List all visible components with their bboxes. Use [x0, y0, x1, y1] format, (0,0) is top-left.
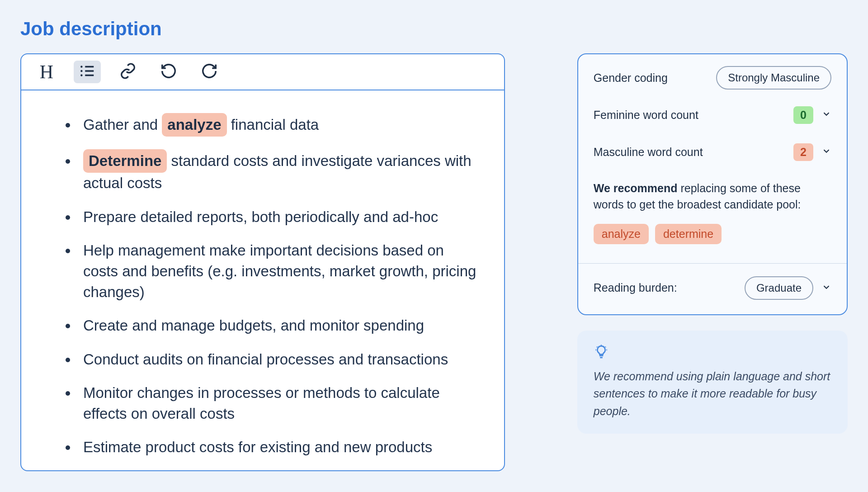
list-item: Help management make important decisions…	[78, 240, 477, 303]
word-chips: analyze determine	[594, 224, 831, 244]
masculine-count-value: 2	[793, 143, 813, 161]
feminine-count-row[interactable]: Feminine word count 0	[594, 102, 831, 128]
heading-icon: H	[40, 61, 53, 83]
chevron-down-icon[interactable]	[821, 282, 831, 294]
word-chip-determine[interactable]: determine	[655, 224, 722, 244]
list-icon	[79, 62, 96, 81]
gender-coding-row: Gender coding Strongly Masculine	[594, 65, 831, 90]
reading-burden-badge: Graduate	[745, 276, 813, 300]
svg-point-0	[80, 66, 82, 67]
analysis-sidebar: Gender coding Strongly Masculine Feminin…	[577, 53, 848, 471]
highlighted-word-analyze: analyze	[162, 113, 226, 137]
main-layout: H	[20, 53, 848, 471]
svg-point-2	[80, 70, 82, 72]
reading-burden-row[interactable]: Reading burden: Graduate	[594, 275, 831, 301]
svg-line-9	[597, 346, 597, 347]
lightbulb-icon	[594, 344, 831, 361]
editor-content[interactable]: Gather and analyze financial data Determ…	[21, 90, 504, 458]
chevron-down-icon[interactable]	[821, 146, 831, 158]
heading-button[interactable]: H	[33, 61, 60, 83]
word-chip-analyze[interactable]: analyze	[594, 224, 649, 244]
editor-toolbar: H	[21, 54, 504, 90]
page-title: Job description	[20, 18, 848, 40]
undo-icon	[160, 62, 177, 81]
link-icon	[119, 62, 137, 81]
feminine-count-label: Feminine word count	[594, 109, 698, 122]
undo-button[interactable]	[155, 61, 182, 83]
masculine-count-row[interactable]: Masculine word count 2	[594, 139, 831, 165]
editor-panel: H	[20, 53, 505, 471]
bullet-list-button[interactable]	[74, 61, 101, 83]
recommendation-text: We recommend replacing some of these wor…	[594, 180, 831, 213]
list-item: Determine standard costs and investigate…	[78, 149, 477, 194]
highlighted-word-determine: Determine	[83, 149, 167, 173]
svg-point-4	[80, 74, 82, 76]
chevron-down-icon[interactable]	[821, 109, 831, 121]
tip-card: We recommend using plain language and sh…	[577, 331, 848, 434]
list-item: Estimate product costs for existing and …	[78, 437, 477, 458]
list-item: Create and manage budgets, and monitor s…	[78, 315, 477, 336]
redo-icon	[201, 62, 218, 81]
gender-coding-label: Gender coding	[594, 71, 668, 85]
recommendation-block: We recommend replacing some of these wor…	[594, 180, 831, 244]
link-button[interactable]	[114, 61, 142, 83]
list-item: Conduct audits on financial processes an…	[78, 349, 477, 370]
analysis-card: Gender coding Strongly Masculine Feminin…	[577, 53, 848, 315]
divider	[578, 263, 847, 264]
redo-button[interactable]	[196, 61, 223, 83]
svg-line-10	[605, 346, 606, 347]
masculine-count-label: Masculine word count	[594, 146, 703, 159]
feminine-count-value: 0	[793, 106, 813, 124]
gender-coding-badge: Strongly Masculine	[716, 66, 831, 90]
list-item: Gather and analyze financial data	[78, 113, 477, 137]
list-item: Prepare detailed reports, both periodica…	[78, 207, 477, 227]
tip-text: We recommend using plain language and sh…	[594, 368, 831, 420]
reading-burden-label: Reading burden:	[594, 281, 677, 294]
list-item: Monitor changes in processes or methods …	[78, 383, 477, 424]
bullet-list: Gather and analyze financial data Determ…	[57, 113, 477, 458]
